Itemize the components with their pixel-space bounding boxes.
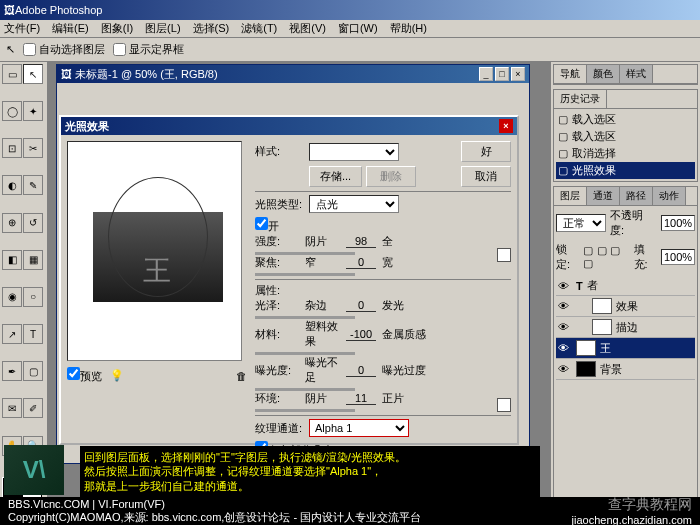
path-tool[interactable]: ↗: [2, 324, 22, 344]
style-label: 样式:: [255, 144, 305, 159]
preview-character: 王: [143, 252, 171, 290]
style-select[interactable]: [309, 143, 399, 161]
ambient-color-swatch[interactable]: [497, 398, 511, 412]
blend-mode-select[interactable]: 正常: [556, 214, 606, 232]
lasso-tool[interactable]: ◯: [2, 101, 22, 121]
menu-filter[interactable]: 滤镜(T): [241, 21, 277, 36]
notes-tool[interactable]: ✉: [2, 398, 22, 418]
menu-select[interactable]: 选择(S): [193, 21, 230, 36]
visibility-icon[interactable]: 👁: [558, 280, 572, 292]
brush-tool[interactable]: ✎: [23, 175, 43, 195]
lighting-effects-dialog: 光照效果 × 王 预览 💡 🗑: [59, 115, 519, 445]
tab-navigator[interactable]: 导航: [554, 65, 587, 83]
visibility-icon[interactable]: 👁: [558, 300, 572, 312]
menu-file[interactable]: 文件(F): [4, 21, 40, 36]
on-checkbox[interactable]: 开: [255, 220, 279, 232]
stamp-tool[interactable]: ⊕: [2, 213, 22, 233]
history-item[interactable]: ▢光照效果: [556, 162, 695, 179]
preview-box[interactable]: 王: [67, 141, 242, 361]
cancel-button[interactable]: 取消: [461, 166, 511, 187]
history-panel: 历史记录 ▢载入选区▢载入选区▢取消选择▢光照效果: [553, 89, 698, 182]
slider-row[interactable]: 聚焦:窄0宽: [255, 255, 511, 270]
close-button[interactable]: ×: [511, 67, 525, 81]
lightbulb-icon[interactable]: 💡: [110, 369, 124, 382]
footer: BBS.VIcnc.COM | VI.Forum(VF) Copyright(C…: [0, 497, 700, 525]
eyedropper-tool[interactable]: ✐: [23, 398, 43, 418]
document-window: 🖼 未标题-1 @ 50% (王, RGB/8) _ □ × 光照效果 ×: [56, 64, 530, 464]
marquee-tool[interactable]: ▭: [2, 64, 22, 84]
history-item[interactable]: ▢取消选择: [556, 145, 695, 162]
lock-label: 锁定:: [556, 242, 579, 272]
light-type-select[interactable]: 点光: [309, 195, 399, 213]
move-tool[interactable]: ↖: [23, 64, 43, 84]
right-panels: 导航 颜色 样式 历史记录 ▢载入选区▢载入选区▢取消选择▢光照效果 图层 通道…: [550, 62, 700, 525]
slider-track[interactable]: [255, 252, 355, 255]
slider-row[interactable]: 强度:阴片98全: [255, 234, 511, 249]
options-bar: ↖ 自动选择图层 显示定界框: [0, 38, 700, 62]
delete-button[interactable]: 删除: [366, 166, 416, 187]
dialog-title: 光照效果: [65, 119, 109, 134]
save-button[interactable]: 存储...: [309, 166, 362, 187]
type-tool[interactable]: T: [23, 324, 43, 344]
crop-tool[interactable]: ⊡: [2, 138, 22, 158]
slider-track[interactable]: [255, 352, 355, 355]
menu-layer[interactable]: 图层(L): [145, 21, 180, 36]
history-brush-tool[interactable]: ↺: [23, 213, 43, 233]
history-item[interactable]: ▢载入选区: [556, 128, 695, 145]
tab-color[interactable]: 颜色: [587, 65, 620, 83]
slider-row[interactable]: 环境:阴片11正片: [255, 391, 511, 406]
slider-track[interactable]: [255, 273, 355, 276]
footer-copyright: Copyright(C)MAOMAO,来源: bbs.vicnc.com,创意设…: [8, 510, 421, 525]
tab-channels[interactable]: 通道: [587, 187, 620, 205]
menu-help[interactable]: 帮助(H): [390, 21, 427, 36]
visibility-icon[interactable]: 👁: [558, 342, 572, 354]
layer-item[interactable]: 👁描边: [556, 317, 695, 338]
layer-item[interactable]: 👁王: [556, 338, 695, 359]
slice-tool[interactable]: ✂: [23, 138, 43, 158]
light-color-swatch[interactable]: [497, 248, 511, 262]
blur-tool[interactable]: ◉: [2, 287, 22, 307]
minimize-button[interactable]: _: [479, 67, 493, 81]
preview-checkbox[interactable]: 预览: [67, 367, 102, 384]
slider-track[interactable]: [255, 409, 355, 412]
ok-button[interactable]: 好: [461, 141, 511, 162]
texture-channel-select[interactable]: Alpha 1: [309, 419, 409, 437]
tab-history[interactable]: 历史记录: [554, 90, 607, 108]
eraser-tool[interactable]: ◧: [2, 250, 22, 270]
visibility-icon[interactable]: 👁: [558, 363, 572, 375]
wand-tool[interactable]: ✦: [23, 101, 43, 121]
history-item[interactable]: ▢载入选区: [556, 111, 695, 128]
menu-window[interactable]: 窗口(W): [338, 21, 378, 36]
menu-image[interactable]: 图象(I): [101, 21, 133, 36]
heal-tool[interactable]: ◐: [2, 175, 22, 195]
pen-tool[interactable]: ✒: [2, 361, 22, 381]
dialog-close-button[interactable]: ×: [499, 119, 513, 133]
slider-row[interactable]: 材料:塑料效果-100金属质感: [255, 319, 511, 349]
show-bounds-checkbox[interactable]: 显示定界框: [113, 42, 184, 57]
layer-item[interactable]: 👁T者: [556, 276, 695, 296]
trash-icon[interactable]: 🗑: [236, 370, 247, 382]
tab-layers[interactable]: 图层: [554, 187, 587, 205]
menu-edit[interactable]: 编辑(E): [52, 21, 89, 36]
dodge-tool[interactable]: ○: [23, 287, 43, 307]
slider-track[interactable]: [255, 316, 355, 319]
slider-row[interactable]: 曝光度:曝光不足0曝光过度: [255, 355, 511, 385]
tab-paths[interactable]: 路径: [620, 187, 653, 205]
layer-item[interactable]: 👁效果: [556, 296, 695, 317]
gradient-tool[interactable]: ▦: [23, 250, 43, 270]
slider-track[interactable]: [255, 388, 355, 391]
opacity-input[interactable]: [661, 215, 695, 231]
shape-tool[interactable]: ▢: [23, 361, 43, 381]
fill-input[interactable]: [661, 249, 695, 265]
slider-row[interactable]: 光泽:杂边0发光: [255, 298, 511, 313]
tab-actions[interactable]: 动作: [653, 187, 686, 205]
watermark: 查字典教程网: [572, 496, 692, 514]
visibility-icon[interactable]: 👁: [558, 321, 572, 333]
layer-item[interactable]: 👁背景: [556, 359, 695, 380]
menu-view[interactable]: 视图(V): [289, 21, 326, 36]
app-icon: 🖼: [4, 4, 15, 16]
auto-select-checkbox[interactable]: 自动选择图层: [23, 42, 105, 57]
menubar: 文件(F) 编辑(E) 图象(I) 图层(L) 选择(S) 滤镜(T) 视图(V…: [0, 20, 700, 38]
tab-styles[interactable]: 样式: [620, 65, 653, 83]
maximize-button[interactable]: □: [495, 67, 509, 81]
